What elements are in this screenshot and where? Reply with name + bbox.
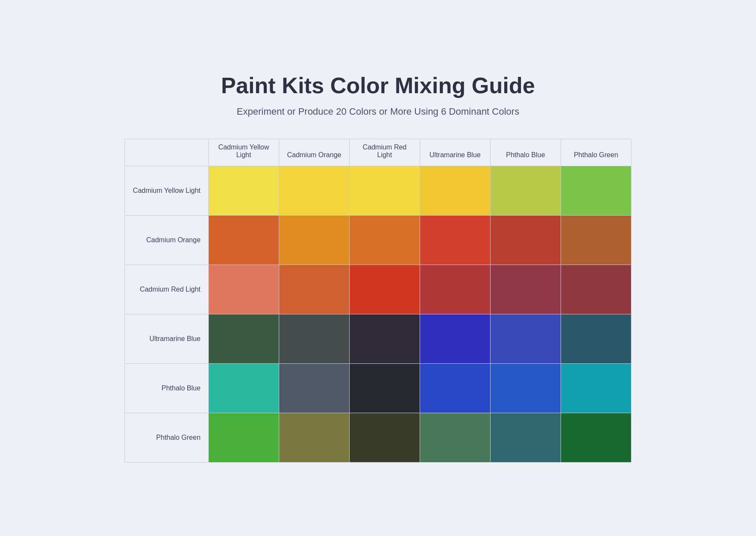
row-label-4: Phthalo Blue: [125, 363, 209, 413]
color-cell-r5-c1: [279, 413, 349, 462]
color-cell-r4-c2: [349, 363, 420, 413]
row-label-0: Cadmium Yellow Light: [125, 166, 209, 215]
color-cell-r3-c3: [420, 314, 490, 363]
color-cell-r1-c1: [279, 215, 349, 265]
color-cell-r4-c5: [561, 363, 631, 413]
color-cell-r1-c5: [561, 215, 631, 265]
color-cell-r3-c1: [279, 314, 349, 363]
col-header-5: Phthalo Green: [561, 139, 631, 166]
color-cell-r0-c3: [420, 166, 490, 215]
table-row: Cadmium Red Light: [125, 265, 631, 314]
row-label-2: Cadmium Red Light: [125, 265, 209, 314]
color-mixing-table: Cadmium Yellow LightCadmium OrangeCadmiu…: [125, 139, 631, 463]
main-title: Paint Kits Color Mixing Guide: [112, 73, 644, 98]
color-cell-r5-c3: [420, 413, 490, 462]
grid-wrapper: Cadmium Yellow LightCadmium OrangeCadmiu…: [112, 139, 644, 463]
color-cell-r0-c0: [208, 166, 279, 215]
color-cell-r5-c5: [561, 413, 631, 462]
col-header-3: Ultramarine Blue: [420, 139, 490, 166]
col-header-2: Cadmium Red Light: [349, 139, 420, 166]
row-label-3: Ultramarine Blue: [125, 314, 209, 363]
subtitle: Experiment or Produce 20 Colors or More …: [112, 106, 644, 117]
color-cell-r4-c0: [208, 363, 279, 413]
color-cell-r4-c3: [420, 363, 490, 413]
color-cell-r0-c2: [349, 166, 420, 215]
table-row: Phthalo Blue: [125, 363, 631, 413]
color-cell-r0-c1: [279, 166, 349, 215]
color-cell-r1-c0: [208, 215, 279, 265]
color-cell-r4-c4: [490, 363, 561, 413]
col-header-0: Cadmium Yellow Light: [208, 139, 279, 166]
table-row: Cadmium Orange: [125, 215, 631, 265]
row-label-1: Cadmium Orange: [125, 215, 209, 265]
color-cell-r3-c0: [208, 314, 279, 363]
color-cell-r5-c0: [208, 413, 279, 462]
table-row: Ultramarine Blue: [125, 314, 631, 363]
color-cell-r0-c4: [490, 166, 561, 215]
col-header-1: Cadmium Orange: [279, 139, 349, 166]
color-cell-r4-c1: [279, 363, 349, 413]
table-row: Phthalo Green: [125, 413, 631, 462]
color-cell-r1-c2: [349, 215, 420, 265]
color-cell-r3-c4: [490, 314, 561, 363]
color-cell-r3-c5: [561, 314, 631, 363]
color-cell-r2-c4: [490, 265, 561, 314]
table-header: Cadmium Yellow LightCadmium OrangeCadmiu…: [125, 139, 631, 166]
corner-cell: [125, 139, 209, 166]
color-cell-r1-c3: [420, 215, 490, 265]
color-cell-r5-c2: [349, 413, 420, 462]
row-label-5: Phthalo Green: [125, 413, 209, 462]
color-cell-r2-c1: [279, 265, 349, 314]
page-container: Paint Kits Color Mixing Guide Experiment…: [94, 48, 662, 488]
col-header-4: Phthalo Blue: [490, 139, 561, 166]
color-cell-r2-c2: [349, 265, 420, 314]
color-cell-r5-c4: [490, 413, 561, 462]
color-cell-r3-c2: [349, 314, 420, 363]
color-cell-r2-c0: [208, 265, 279, 314]
table-body: Cadmium Yellow LightCadmium OrangeCadmiu…: [125, 166, 631, 462]
table-row: Cadmium Yellow Light: [125, 166, 631, 215]
header-row: Cadmium Yellow LightCadmium OrangeCadmiu…: [125, 139, 631, 166]
color-cell-r0-c5: [561, 166, 631, 215]
color-cell-r1-c4: [490, 215, 561, 265]
color-cell-r2-c3: [420, 265, 490, 314]
color-cell-r2-c5: [561, 265, 631, 314]
